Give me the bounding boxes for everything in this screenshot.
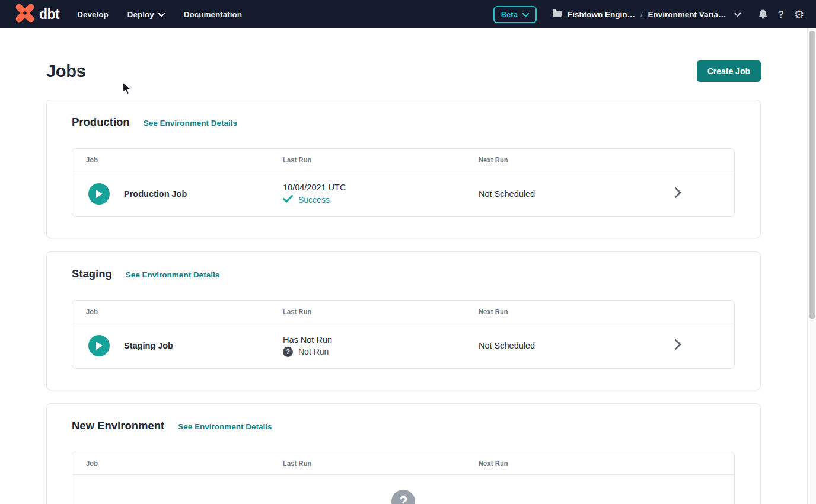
see-environment-details-link[interactable]: See Environment Details (126, 270, 219, 279)
column-header-last-run: Last Run (269, 308, 465, 316)
question-circle-icon: ? (391, 490, 415, 504)
chevron-right-icon[interactable] (675, 339, 681, 352)
job-name[interactable]: Staging Job (124, 341, 173, 350)
success-check-icon (283, 194, 293, 205)
nav-item-documentation[interactable]: Documentation (184, 10, 242, 19)
dbt-cloud-window: dbt Develop Deploy Documentation B (0, 0, 816, 504)
jobs-table: Job Last Run Next Run ? (72, 452, 735, 504)
breadcrumb-separator: / (640, 10, 643, 19)
last-run-status: ? Not Run (283, 347, 465, 357)
create-job-button[interactable]: Create Job (697, 60, 761, 82)
page-title: Jobs (46, 62, 86, 81)
bell-icon[interactable] (758, 9, 768, 20)
column-header-next-run: Next Run (465, 156, 675, 164)
project-breadcrumb[interactable]: Fishtown Engin… / Environment Varia… (552, 9, 741, 20)
table-header-row: Job Last Run Next Run (72, 301, 734, 323)
vertical-scrollbar[interactable] (807, 28, 816, 504)
beta-dropdown[interactable]: Beta (493, 6, 537, 23)
column-header-next-run: Next Run (465, 460, 675, 468)
environment-name: Production (72, 116, 130, 129)
folder-icon (552, 9, 562, 20)
main-nav: Develop Deploy Documentation (77, 10, 242, 19)
column-header-last-run: Last Run (269, 156, 465, 164)
dbt-logo-text: dbt (39, 7, 59, 23)
chevron-down-icon (522, 10, 529, 19)
help-icon[interactable]: ? (778, 9, 784, 20)
environment-name: Staging (72, 267, 112, 280)
dbt-logo[interactable]: dbt (14, 3, 59, 25)
next-run-value: Not Scheduled (465, 341, 675, 350)
job-name[interactable]: Production Job (124, 189, 187, 199)
environment-card-staging: Staging See Environment Details Job Last… (46, 251, 761, 390)
top-navbar: dbt Develop Deploy Documentation B (0, 0, 816, 28)
job-row-production-job[interactable]: Production Job 10/04/2021 UTC Success No… (72, 171, 734, 216)
column-header-next-run: Next Run (465, 308, 675, 316)
status-label: Not Run (298, 347, 329, 356)
see-environment-details-link[interactable]: See Environment Details (144, 119, 237, 127)
run-job-play-button[interactable] (88, 335, 110, 356)
column-header-job: Job (72, 460, 269, 468)
jobs-page: Jobs Create Job Production See Environme… (0, 28, 816, 504)
chevron-down-icon (158, 10, 165, 19)
next-run-value: Not Scheduled (465, 189, 675, 199)
chevron-right-icon[interactable] (675, 187, 681, 200)
column-header-job: Job (72, 308, 269, 316)
column-header-job: Job (72, 156, 269, 164)
table-header-row: Job Last Run Next Run (72, 149, 734, 171)
column-header-last-run: Last Run (269, 460, 465, 468)
status-label: Success (298, 195, 330, 205)
breadcrumb-project-name[interactable]: Fishtown Engin… (568, 10, 635, 19)
gear-icon[interactable]: ⚙ (794, 9, 804, 20)
jobs-table: Job Last Run Next Run Staging Job Has No… (72, 300, 735, 369)
environment-name: New Environment (72, 419, 164, 432)
last-run-status: Success (283, 194, 465, 205)
breadcrumb-page-name[interactable]: Environment Varia… (648, 10, 726, 19)
jobs-table: Job Last Run Next Run Production Job 10/… (72, 148, 735, 217)
see-environment-details-link[interactable]: See Environment Details (178, 422, 272, 431)
question-circle-icon: ? (283, 347, 293, 357)
run-job-play-button[interactable] (88, 183, 110, 205)
navbar-utility-icons: ? ⚙ (758, 9, 804, 20)
job-row-staging-job[interactable]: Staging Job Has Not Run ? Not Run Not Sc… (72, 323, 734, 368)
dbt-logo-icon (14, 3, 36, 25)
table-header-row: Job Last Run Next Run (72, 452, 734, 475)
chevron-down-icon[interactable] (734, 9, 741, 20)
scrollbar-thumb[interactable] (809, 31, 815, 319)
environment-card-production: Production See Environment Details Job L… (46, 100, 761, 238)
nav-item-develop[interactable]: Develop (77, 10, 109, 19)
empty-jobs-area: ? (72, 475, 734, 504)
environment-card-new-environment: New Environment See Environment Details … (46, 403, 761, 504)
nav-item-deploy[interactable]: Deploy (128, 10, 165, 19)
last-run-timestamp: Has Not Run (283, 335, 465, 344)
last-run-timestamp: 10/04/2021 UTC (283, 183, 465, 192)
